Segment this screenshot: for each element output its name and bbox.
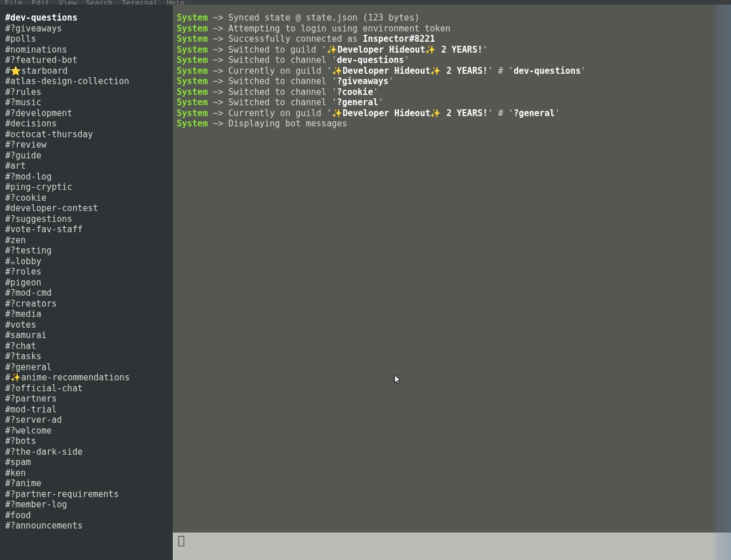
channel-item[interactable]: #?welcome xyxy=(5,426,173,436)
log-source: System xyxy=(177,34,208,44)
menu-item[interactable]: Help xyxy=(167,0,185,5)
channel-item[interactable]: #?roles xyxy=(5,267,173,277)
channel-item[interactable]: #?creators xyxy=(5,299,173,309)
channel-item[interactable]: #spam xyxy=(5,457,173,468)
log-text: ~> xyxy=(208,76,228,86)
log-text: Currently on guild ' xyxy=(228,66,332,76)
log-text: Inspector#8221 xyxy=(363,34,435,44)
channel-item[interactable]: #?anime xyxy=(5,478,173,489)
log-line: System ~> Switched to channel 'dev-quest… xyxy=(177,55,731,66)
channel-item[interactable]: #?media xyxy=(5,309,173,320)
log-text: Successfully connected as xyxy=(228,34,363,44)
menu-item[interactable]: Search xyxy=(86,0,113,5)
channel-item[interactable]: #ping-cryptic xyxy=(5,182,173,193)
channel-item[interactable]: #?testing xyxy=(5,245,173,256)
channel-item[interactable]: #decisions xyxy=(5,118,173,129)
channel-item[interactable]: #developer-contest xyxy=(5,203,173,214)
log-line: System ~> Switched to channel '?giveaway… xyxy=(177,76,731,87)
channel-item[interactable]: #?the-dark-side xyxy=(5,447,173,458)
menu-item[interactable]: Terminal xyxy=(122,0,158,5)
channel-item[interactable]: #ken xyxy=(5,468,173,479)
channel-item[interactable]: #?tasks xyxy=(5,351,173,362)
log-output: System ~> Synced state @ state.json (123… xyxy=(173,5,731,533)
channel-item[interactable]: #?general xyxy=(5,362,173,373)
main-area: System ~> Synced state @ state.json (123… xyxy=(173,5,731,560)
log-text: ✨Developer Hideout✨ 2 YEARS! xyxy=(332,108,488,118)
channel-item[interactable]: #zen xyxy=(5,235,173,246)
command-input[interactable] xyxy=(173,533,731,560)
log-text: ~> xyxy=(208,66,228,76)
log-line: System ~> Currently on guild '✨Developer… xyxy=(177,66,731,77)
channel-item[interactable]: #?partner-requirements xyxy=(5,489,173,500)
log-line: System ~> Synced state @ state.json (123… xyxy=(177,13,731,23)
channel-item[interactable]: #?review xyxy=(5,140,173,150)
channel-item[interactable]: #?partners xyxy=(5,394,173,404)
log-text: ' xyxy=(373,87,378,97)
channel-item[interactable]: #?member-log xyxy=(5,499,173,510)
channel-item[interactable]: #✨anime-recommendations xyxy=(5,372,173,383)
log-source: System xyxy=(177,97,208,108)
log-line: System ~> Switched to channel '?cookie' xyxy=(177,87,731,98)
log-line: System ~> Currently on guild '✨Developer… xyxy=(177,108,731,119)
log-source: System xyxy=(177,55,208,65)
log-line: System ~> Switched to guild '✨Developer … xyxy=(177,45,731,55)
log-line: System ~> Displaying bot messages xyxy=(177,118,731,129)
channel-item[interactable]: #☕lobby xyxy=(5,256,173,267)
log-source: System xyxy=(177,87,208,97)
log-text: ' # ' xyxy=(488,108,514,118)
log-text: dev-questions xyxy=(337,55,404,65)
menu-item[interactable]: Edit xyxy=(31,0,49,5)
channel-item[interactable]: #?mod-cmd xyxy=(5,288,173,299)
channel-item[interactable]: #?official-chat xyxy=(5,383,173,394)
log-text: ?general xyxy=(337,97,378,108)
log-text: Currently on guild ' xyxy=(228,108,332,118)
log-text: ' xyxy=(404,55,409,65)
log-line: System ~> Attempting to login using envi… xyxy=(177,23,731,34)
log-source: System xyxy=(177,118,208,129)
log-text: ?cookie xyxy=(337,87,373,97)
channel-item[interactable]: #?announcements xyxy=(5,521,173,531)
channel-item[interactable]: #?guide xyxy=(5,150,173,161)
channel-item[interactable]: #?featured-bot xyxy=(5,55,173,66)
channel-item[interactable]: #mod-trial xyxy=(5,404,173,415)
channel-item[interactable]: #food xyxy=(5,510,173,521)
log-text: ~> xyxy=(208,87,228,97)
channel-item[interactable]: #?bots xyxy=(5,436,173,447)
log-text: ~> xyxy=(208,108,228,118)
channel-sidebar: #dev-questions#?giveaways#polls#nominati… xyxy=(0,5,173,560)
log-source: System xyxy=(177,108,208,118)
channel-item[interactable]: #?giveaways xyxy=(5,23,173,34)
log-text: ~> xyxy=(208,118,228,129)
channel-item[interactable]: #dev-questions xyxy=(5,13,173,23)
channel-item[interactable]: #⭐starboard xyxy=(5,66,173,77)
log-text: Switched to channel ' xyxy=(228,87,337,97)
input-cursor xyxy=(178,536,184,546)
log-text: ~> xyxy=(208,55,228,65)
channel-item[interactable]: #art xyxy=(5,161,173,172)
channel-item[interactable]: #?suggestions xyxy=(5,214,173,225)
channel-item[interactable]: #nominations xyxy=(5,45,173,55)
channel-item[interactable]: #?development xyxy=(5,108,173,119)
channel-item[interactable]: #?server-ad xyxy=(5,415,173,426)
channel-item[interactable]: #votes xyxy=(5,320,173,331)
channel-item[interactable]: #vote-fav-staff xyxy=(5,224,173,235)
channel-item[interactable]: #?rules xyxy=(5,87,173,98)
channel-item[interactable]: #?chat xyxy=(5,341,173,352)
channel-item[interactable]: #octocat-thursday xyxy=(5,129,173,140)
channel-item[interactable]: #atlas-design-collection xyxy=(5,76,173,87)
channel-item[interactable]: #?cookie xyxy=(5,193,173,204)
log-source: System xyxy=(177,76,208,86)
channel-item[interactable]: #pigeon xyxy=(5,277,173,288)
channel-item[interactable]: #?music xyxy=(5,97,173,108)
log-source: System xyxy=(177,13,208,23)
log-line: System ~> Successfully connected as Insp… xyxy=(177,34,731,45)
channel-item[interactable]: #?mod-log xyxy=(5,172,173,182)
channel-item[interactable]: #samurai xyxy=(5,330,173,341)
log-text: ' xyxy=(483,45,488,55)
log-text: Displaying bot messages xyxy=(228,118,347,129)
log-text: Switched to channel ' xyxy=(228,97,337,108)
menu-item[interactable]: File xyxy=(5,0,22,5)
channel-item[interactable]: #polls xyxy=(5,34,173,45)
menu-item[interactable]: View xyxy=(59,0,77,5)
log-text: ~> xyxy=(208,13,228,23)
